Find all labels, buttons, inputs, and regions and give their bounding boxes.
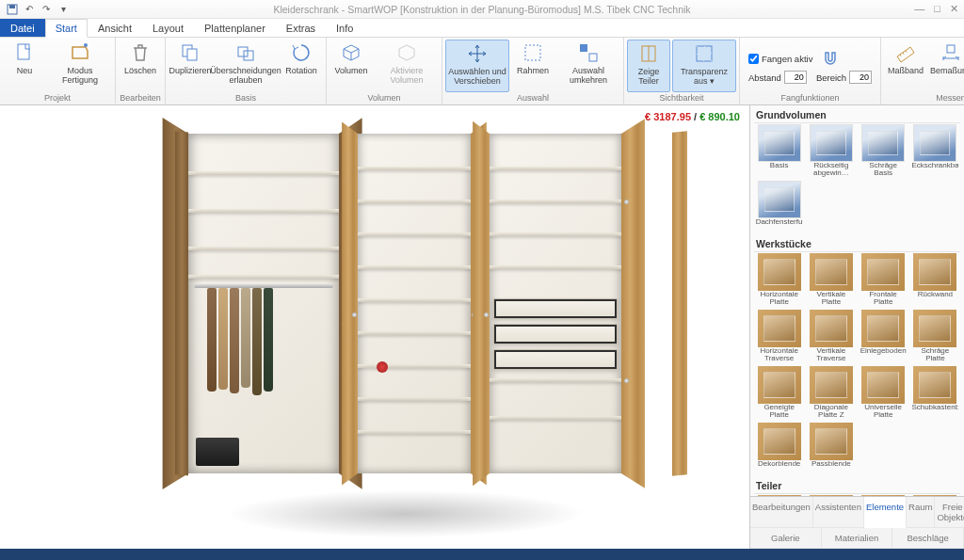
panel-section-heading: Grundvolumen [754, 105, 960, 123]
duplicate-button[interactable]: Duplizieren [169, 40, 212, 92]
bereich-field[interactable]: Bereich [816, 71, 872, 84]
group-label: Fangfunktionen [743, 92, 877, 104]
ribbon: NeuModus FertigungProjektLöschenBearbeit… [0, 38, 964, 105]
button-label: Löschen [124, 66, 156, 75]
mode-icon [69, 41, 91, 64]
abstand-field[interactable]: Abstand [748, 71, 807, 84]
transparency-button[interactable]: Transparenz aus ▾ [672, 40, 736, 92]
element-thumb[interactable]: Schubkastenboden [910, 365, 960, 420]
ribbon-group: Fangen aktiv AbstandBereichFangfunktione… [740, 38, 881, 104]
svg-point-3 [84, 43, 88, 47]
show-divider-button[interactable]: Zeige Teiler [627, 40, 670, 92]
element-thumb[interactable]: Dachfensterfutter [754, 180, 804, 234]
element-thumb[interactable]: Horizontaler Teiler [754, 494, 804, 496]
svg-rect-2 [18, 44, 29, 59]
qat-redo-icon[interactable]: ↷ [40, 3, 53, 16]
thumb-label: Geneigte Platte [756, 404, 803, 419]
invert-sel-button[interactable]: Auswahl umkehren [556, 40, 620, 92]
thumb-icon [758, 181, 801, 218]
window-close-icon[interactable]: ✕ [950, 3, 958, 15]
tab-start[interactable]: Start [45, 19, 88, 38]
panel-tab-bearbeitungen[interactable]: Bearbeitungen [750, 497, 813, 528]
element-thumb[interactable]: Rückseitig abgewin… [806, 123, 856, 178]
activate-vol-button[interactable]: Aktiviere Volumen [375, 40, 439, 92]
window-maximize-icon[interactable]: □ [934, 3, 940, 15]
dimension-button[interactable]: Bemaßung [929, 40, 964, 92]
element-thumb[interactable]: Schräge Basis [859, 123, 908, 178]
delete-button[interactable]: Löschen [119, 40, 162, 92]
element-thumb[interactable]: Vertikale Traverse [806, 309, 856, 363]
thumb-icon [913, 310, 956, 347]
window-title: Kleiderschrank - SmartWOP [Konstruktion … [0, 4, 964, 15]
thumb-icon [861, 495, 905, 496]
window-minimize-icon[interactable]: — [914, 3, 924, 15]
panel-tab-beschläge[interactable]: Beschläge [892, 528, 964, 549]
snap-active-checkbox[interactable]: Fangen aktiv [748, 49, 872, 68]
element-thumb[interactable]: Basis [754, 123, 804, 178]
element-thumb[interactable]: Frontaler Teiler [859, 494, 908, 496]
thumb-icon [758, 253, 801, 291]
group-label: Projekt [3, 92, 112, 104]
panel-tab-raum[interactable]: Raum [907, 497, 935, 528]
element-thumb[interactable]: Geneigte Platte [754, 365, 804, 420]
tape-icon [894, 41, 917, 64]
element-thumb[interactable]: Frontale Platte [859, 252, 908, 307]
panel-tab-freie objekte[interactable]: Freie Objekte [935, 497, 964, 528]
panel-tab-galerie[interactable]: Galerie [750, 528, 822, 549]
element-thumb[interactable]: Eckschrankbasis [910, 123, 960, 178]
tab-layout[interactable]: Layout [142, 19, 194, 37]
panel-tab-elemente[interactable]: Elemente [864, 497, 907, 528]
element-thumb[interactable]: Vertikale Platte [806, 252, 856, 307]
thumb-label: Vertikale Platte [808, 291, 855, 306]
qat-dropdown-icon[interactable]: ▾ [56, 3, 70, 16]
panel-section-heading: Werkstücke [754, 234, 960, 252]
thumb-icon [861, 253, 905, 291]
thumb-icon [861, 366, 905, 404]
wardrobe-render [0, 105, 749, 549]
volume-button[interactable]: Volumen [329, 40, 373, 92]
qat-undo-icon[interactable]: ↶ [23, 3, 36, 16]
element-thumb[interactable]: Dekorblende [754, 422, 804, 476]
element-thumb[interactable]: Diagonale Platte Z [806, 365, 856, 420]
mode-button[interactable]: Modus Fertigung [48, 40, 112, 92]
qat-save-icon[interactable] [6, 3, 19, 16]
svg-rect-1 [9, 5, 15, 8]
panel-tab-assistenten[interactable]: Assistenten [813, 497, 864, 528]
tab-info[interactable]: Info [326, 19, 363, 37]
thumb-icon [810, 495, 853, 496]
thumb-icon [758, 310, 801, 347]
panel-tab-materialien[interactable]: Materialien [822, 528, 893, 549]
element-thumb[interactable]: Schräge Platte [910, 309, 960, 363]
element-thumb[interactable]: Horizontale Traverse [754, 309, 804, 363]
overlap-button[interactable]: Überschneidungen erlauben [214, 40, 278, 92]
tab-extras[interactable]: Extras [276, 19, 326, 37]
element-thumb[interactable]: Rückwand [910, 252, 960, 307]
thumb-label: Passblende [808, 460, 855, 475]
rotate-button[interactable]: Rotation [280, 40, 323, 92]
button-label: Maßband [888, 66, 924, 75]
element-thumb[interactable]: Einlegeboden [859, 309, 908, 363]
element-thumb[interactable]: Schräger Teiler [910, 494, 960, 496]
thumb-label: Rückwand [911, 291, 958, 306]
elements-panel: GrundvolumenBasisRückseitig abgewin…Schr… [749, 105, 964, 549]
tape-button[interactable]: Maßband [884, 40, 927, 92]
select-move-button[interactable]: Auswählen und Verschieben [445, 40, 509, 92]
element-thumb[interactable]: Vertikaler Teiler [806, 494, 856, 496]
viewport-3d[interactable]: € 3187.95 / € 890.10 [0, 105, 749, 549]
element-thumb[interactable]: Universelle Platte [859, 365, 908, 420]
frame-button[interactable]: Rahmen [511, 40, 554, 92]
group-label: Bearbeiten [119, 92, 162, 104]
ribbon-group: Auswählen und VerschiebenRahmenAuswahl u… [442, 38, 624, 104]
tab-plattenplaner[interactable]: Plattenplaner [194, 19, 276, 37]
element-thumb[interactable]: Horizontale Platte [754, 252, 804, 307]
button-label: Zeige Teiler [638, 67, 660, 86]
tab-file[interactable]: Datei [0, 19, 45, 37]
thumb-icon [810, 423, 853, 460]
status-bar [0, 549, 964, 560]
delete-icon [129, 41, 152, 64]
group-label: Messen [884, 92, 964, 104]
element-thumb[interactable]: Passblende [806, 422, 856, 476]
new-button[interactable]: Neu [3, 40, 46, 92]
button-label: Auswählen und Verschieben [448, 67, 506, 86]
tab-ansicht[interactable]: Ansicht [88, 19, 142, 37]
